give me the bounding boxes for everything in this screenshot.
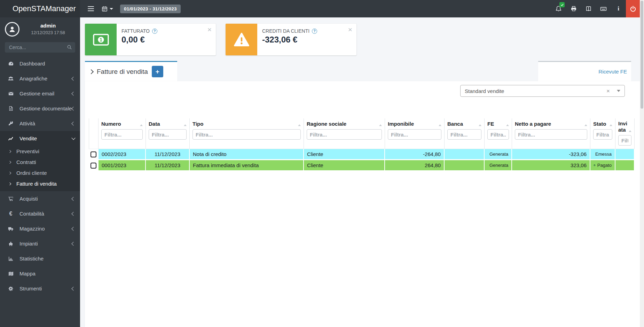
add-record-button[interactable]: + — [152, 66, 163, 77]
cell-banca[interactable] — [445, 149, 485, 160]
column-banca[interactable]: Banca — [445, 118, 485, 149]
help-icon[interactable] — [312, 29, 317, 34]
sidebar-item-acquisti[interactable]: Acquisti — [0, 191, 80, 206]
column-data[interactable]: Data — [146, 118, 190, 149]
sidebar-item-dashboard[interactable]: Dashboard — [0, 56, 80, 71]
filter-imponibile-input[interactable] — [388, 129, 441, 140]
cell-ragione-sociale[interactable]: Cliente — [304, 160, 385, 171]
manual-button[interactable] — [581, 0, 596, 17]
sidebar-item-attivita[interactable]: Attività — [0, 116, 80, 131]
sort-icon[interactable] — [379, 124, 382, 126]
cell-imponibile[interactable]: 264,80 — [385, 160, 445, 171]
info-button[interactable]: i — [611, 0, 626, 17]
sidebar-item-mappa[interactable]: Mappa — [0, 266, 80, 281]
sidebar-item-vendite[interactable]: Vendite — [0, 131, 80, 146]
sort-icon[interactable] — [140, 124, 143, 126]
filter-numero-input[interactable] — [101, 129, 143, 140]
column-tipo[interactable]: Tipo — [190, 118, 304, 149]
cell-data[interactable]: 11/12/2023 — [146, 160, 190, 171]
table-row[interactable]: 0001/2023 11/12/2023 Fattura immediata d… — [89, 160, 635, 171]
cell-inviata[interactable] — [615, 160, 635, 171]
print-button[interactable] — [566, 0, 581, 17]
filter-fe-input[interactable] — [487, 129, 509, 140]
cell-banca[interactable] — [445, 160, 485, 171]
chevron-left-icon — [71, 227, 75, 231]
sidebar-item-contabilita[interactable]: € Contabilità — [0, 206, 80, 221]
cell-stato[interactable]: Emessa — [590, 149, 615, 160]
row-checkbox[interactable] — [91, 163, 96, 169]
column-stato[interactable]: Stato — [590, 118, 615, 149]
brand-logo[interactable]: OpenSTAManager — [0, 0, 80, 17]
filter-banca-input[interactable] — [447, 129, 481, 140]
sidebar-item-impianti[interactable]: Impianti — [0, 236, 80, 251]
shortcuts-button[interactable] — [596, 0, 611, 17]
logout-button[interactable] — [626, 0, 640, 17]
tab-fatture-di-vendita[interactable]: Fatture di vendita + — [85, 61, 177, 81]
book-icon — [586, 6, 592, 12]
sort-icon[interactable] — [610, 124, 612, 126]
cell-netto-a-pagare[interactable]: 323,06 — [512, 160, 590, 171]
filter-stato-input[interactable] — [593, 129, 612, 140]
user-datetime: 12/12/2023 17:58 — [19, 30, 77, 35]
filter-ragione-sociale-input[interactable] — [307, 129, 382, 140]
cell-numero[interactable]: 0002/2023 — [99, 149, 146, 160]
row-checkbox[interactable] — [91, 151, 96, 157]
column-netto-a-pagare[interactable]: Netto a pagare — [512, 118, 590, 149]
sort-icon[interactable] — [506, 124, 509, 126]
filter-inviata-input[interactable] — [618, 135, 631, 146]
sort-icon[interactable] — [184, 124, 187, 126]
sidebar-subitem-fatture-di-vendita[interactable]: Fatture di vendita — [0, 178, 80, 189]
filter-netto-input[interactable] — [515, 129, 587, 140]
cell-stato[interactable]: Pagato — [590, 160, 615, 171]
sort-icon[interactable] — [629, 130, 631, 132]
close-icon[interactable]: × — [207, 26, 212, 33]
column-numero[interactable]: Numero — [99, 118, 146, 149]
sidebar-item-strumenti[interactable]: Strumenti — [0, 281, 80, 296]
help-icon[interactable] — [152, 29, 157, 34]
filter-tipo-input[interactable] — [193, 129, 301, 140]
column-ragione-sociale[interactable]: Ragione sociale — [304, 118, 385, 149]
cell-tipo[interactable]: Nota di credito — [190, 149, 304, 160]
tab-ricevute-fe[interactable]: Ricevute FE — [538, 61, 631, 81]
close-icon[interactable]: × — [348, 26, 352, 33]
search-input[interactable] — [5, 42, 75, 53]
clear-selection-icon[interactable]: × — [606, 88, 610, 94]
sidebar-item-gestione-documentale[interactable]: Gestione documentale — [0, 101, 80, 116]
date-range-badge[interactable]: 01/01/2023 - 31/12/2023 — [120, 5, 181, 13]
sort-icon[interactable] — [439, 124, 441, 126]
cell-inviata[interactable] — [615, 149, 635, 160]
cell-ragione-sociale[interactable]: Cliente — [304, 149, 385, 160]
cell-data[interactable]: 11/12/2023 — [146, 149, 190, 160]
column-inviata[interactable]: Inviata — [615, 118, 635, 149]
column-imponibile[interactable]: Imponibile — [385, 118, 445, 149]
search-icon[interactable] — [67, 45, 72, 50]
avatar[interactable] — [5, 22, 19, 37]
sort-icon[interactable] — [479, 124, 481, 126]
sort-icon[interactable] — [584, 124, 587, 126]
cell-netto-a-pagare[interactable]: -323,06 — [512, 149, 590, 160]
notifications-button[interactable] — [551, 0, 566, 17]
cell-numero[interactable]: 0001/2023 — [99, 160, 146, 171]
filter-data-input[interactable] — [149, 129, 187, 140]
cell-fe[interactable]: Generata — [485, 160, 512, 171]
sidebar-subitem-preventivi[interactable]: Preventivi — [0, 146, 80, 157]
hamburger-menu-icon[interactable] — [87, 5, 95, 13]
table-row[interactable]: 0002/2023 11/12/2023 Nota di credito Cli… — [89, 149, 635, 160]
view-select[interactable]: Standard vendite × — [460, 85, 625, 97]
page-scrollbar[interactable] — [640, 0, 644, 327]
info-icon: i — [618, 5, 619, 12]
sidebar-item-gestione-email[interactable]: Gestione email — [0, 86, 80, 101]
cell-imponibile[interactable]: -264,80 — [385, 149, 445, 160]
sidebar-item-anagrafiche[interactable]: Anagrafiche — [0, 71, 80, 86]
sidebar-item-magazzino[interactable]: Magazzino — [0, 221, 80, 236]
column-fe[interactable]: FE — [485, 118, 512, 149]
infobox-label: CREDITI DA CLIENTI — [262, 28, 309, 34]
scrollbar-thumb[interactable] — [641, 1, 643, 109]
sort-icon[interactable] — [298, 124, 301, 126]
sidebar-item-statistiche[interactable]: Statistiche — [0, 251, 80, 266]
cell-fe[interactable]: Generata — [485, 149, 512, 160]
cell-tipo[interactable]: Fattura immediata di vendita — [190, 160, 304, 171]
sidebar-subitem-contratti[interactable]: Contratti — [0, 157, 80, 168]
sidebar-subitem-ordini-cliente[interactable]: Ordini cliente — [0, 168, 80, 178]
calendar-button[interactable] — [102, 6, 113, 12]
